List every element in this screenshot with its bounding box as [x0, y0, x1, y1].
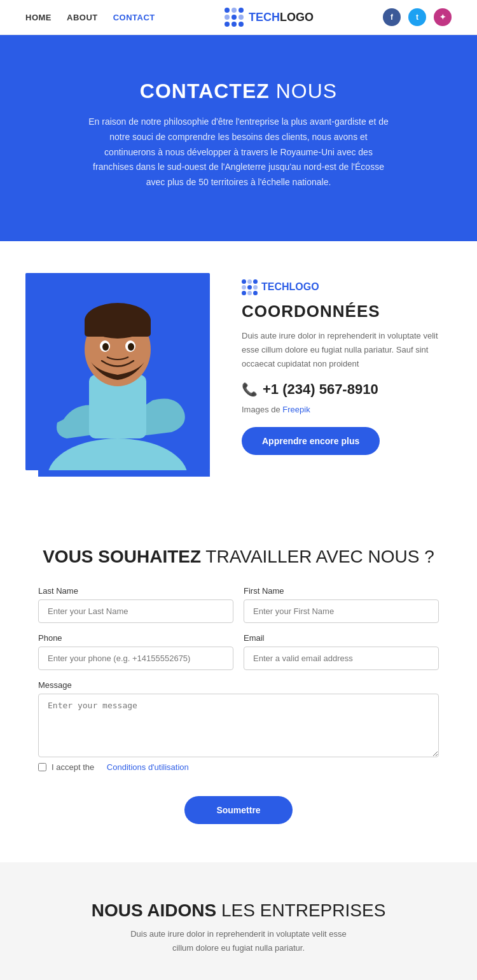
first-name-group: First Name — [244, 586, 439, 623]
info-section: TECHLOGO COORDONNÉES Duis aute irure dol… — [0, 241, 477, 515]
message-label: Message — [38, 680, 439, 690]
info-logo-dots-icon — [242, 279, 258, 295]
info-image-container — [25, 273, 216, 477]
contact-form: Last Name First Name Phone Email Message — [38, 586, 439, 824]
phone-number: +1 (234) 567-8910 — [263, 381, 378, 398]
message-group: Message — [38, 680, 439, 757]
learn-more-button[interactable]: Apprendre encore plus — [242, 427, 380, 455]
phone-icon: 📞 — [242, 382, 258, 397]
svg-rect-6 — [85, 318, 151, 337]
phone-row: 📞 +1 (234) 567-8910 — [242, 381, 452, 398]
main-logo: TECHLOGO — [225, 8, 314, 27]
logo-text: TECHLOGO — [249, 11, 314, 24]
email-group: Email — [244, 633, 439, 670]
image-credits: Images de Freepik — [242, 403, 452, 417]
cards-heading: NOUS AIDONS LES ENTREPRISES — [25, 900, 452, 921]
person-image — [25, 273, 210, 470]
instagram-icon[interactable]: ✦ — [434, 8, 452, 26]
form-heading: VOUS SOUHAITEZ TRAVAILLER AVEC NOUS ? — [38, 547, 439, 567]
phone-group: Phone — [38, 633, 233, 670]
info-logo: TECHLOGO — [242, 279, 452, 295]
phone-input[interactable] — [38, 647, 233, 670]
social-icons-group: f t ✦ — [383, 8, 452, 26]
last-name-label: Last Name — [38, 586, 233, 596]
message-input[interactable] — [38, 694, 439, 757]
last-name-input[interactable] — [38, 599, 233, 623]
nav-links: HOME ABOUT CONTACT — [25, 13, 155, 22]
checkbox-text: I accept the — [52, 762, 94, 772]
hero-title: CONTACTEZ NOUS — [25, 80, 452, 103]
submit-button[interactable]: Soumettre — [184, 796, 292, 824]
last-name-group: Last Name — [38, 586, 233, 623]
cards-section: NOUS AIDONS LES ENTREPRISES Duis aute ir… — [0, 862, 477, 980]
terms-checkbox[interactable] — [38, 763, 46, 771]
svg-point-10 — [128, 343, 134, 351]
phone-label: Phone — [38, 633, 233, 643]
info-logo-text: TECHLOGO — [261, 281, 319, 293]
cards-subtitle: Duis aute irure dolor in reprehenderit i… — [124, 927, 353, 955]
info-content: TECHLOGO COORDONNÉES Duis aute irure dol… — [242, 273, 452, 455]
svg-point-9 — [102, 343, 109, 351]
nav-about[interactable]: ABOUT — [67, 13, 98, 22]
hero-description: En raison de notre philosophie d'être l'… — [86, 115, 391, 190]
logo-dots-icon — [225, 8, 244, 27]
form-grid: Last Name First Name Phone Email Message — [38, 586, 439, 757]
first-name-input[interactable] — [244, 599, 439, 623]
nav-contact[interactable]: CONTACT — [113, 13, 155, 22]
contact-form-section: VOUS SOUHAITEZ TRAVAILLER AVEC NOUS ? La… — [0, 515, 477, 862]
first-name-label: First Name — [244, 586, 439, 596]
freepik-link[interactable]: Freepik — [282, 405, 310, 414]
twitter-icon[interactable]: t — [408, 8, 426, 26]
nav-home[interactable]: HOME — [25, 13, 52, 22]
navbar: HOME ABOUT CONTACT TECHLOGO f t ✦ — [0, 0, 477, 35]
info-heading: COORDONNÉES — [242, 302, 452, 321]
checkbox-row: I accept the Conditions d'utilisation — [38, 762, 439, 772]
facebook-icon[interactable]: f — [383, 8, 401, 26]
hero-section: CONTACTEZ NOUS En raison de notre philos… — [0, 35, 477, 241]
info-description: Duis aute irure dolor in reprehenderit i… — [242, 329, 452, 371]
terms-link[interactable]: Conditions d'utilisation — [107, 762, 189, 772]
email-label: Email — [244, 633, 439, 643]
email-input[interactable] — [244, 647, 439, 670]
